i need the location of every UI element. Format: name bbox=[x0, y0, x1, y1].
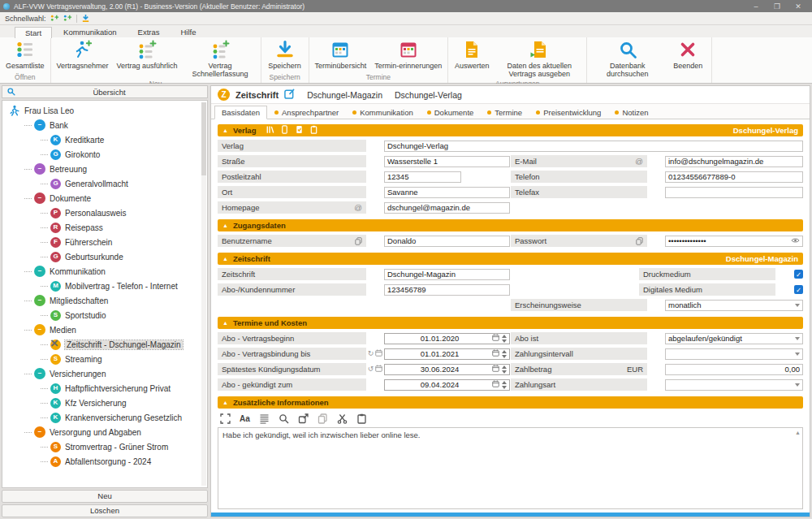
open-external-icon[interactable] bbox=[298, 413, 309, 424]
search-text-icon[interactable] bbox=[279, 413, 289, 424]
menu-tab-start[interactable]: Start bbox=[15, 27, 52, 38]
zahlungsintervall-dropdown[interactable] bbox=[665, 348, 803, 360]
zeitschrift-input[interactable]: Dschungel-Magazin bbox=[384, 269, 510, 280]
magazine-name[interactable]: Dschungel-Magazin bbox=[307, 90, 382, 100]
copy-icon[interactable] bbox=[355, 237, 362, 245]
tab-notizen[interactable]: Notizen bbox=[608, 106, 654, 119]
font-icon[interactable]: Aa bbox=[240, 414, 250, 423]
quick-new-item-icon[interactable] bbox=[63, 14, 72, 23]
calendar-icon[interactable] bbox=[492, 380, 499, 389]
zahlungsart-dropdown[interactable] bbox=[665, 379, 803, 391]
tab-kommunikation[interactable]: Kommunikation bbox=[346, 106, 419, 119]
gesamtliste-button[interactable]: Gesamtliste bbox=[2, 39, 49, 71]
calendar-icon[interactable] bbox=[492, 334, 499, 343]
cut-icon[interactable] bbox=[337, 413, 348, 424]
eye-icon[interactable] bbox=[791, 236, 800, 245]
minimize-button[interactable]: – bbox=[745, 2, 767, 11]
tab-dokumente[interactable]: Dokumente bbox=[421, 106, 481, 119]
ort-input[interactable]: Savanne bbox=[384, 187, 510, 198]
tree-item[interactable]: SStromvertrag - Grüner Strom bbox=[4, 439, 205, 454]
vertrag-schnellerfassung-button[interactable]: Vertrag Schnellerfassung bbox=[182, 39, 259, 80]
verlag-input[interactable]: Dschungel-Verlag bbox=[384, 141, 803, 152]
kuendigungsdatum-date-input[interactable]: 30.06.2024 bbox=[384, 364, 510, 375]
tree-item[interactable]: GGirokonto bbox=[4, 147, 205, 162]
tree-item[interactable]: −Versorgung und Abgaben bbox=[4, 425, 205, 439]
druckmedium-checkbox[interactable]: ✓ bbox=[794, 270, 803, 279]
tab-ansprechpartner[interactable]: Ansprechpartner bbox=[268, 106, 345, 119]
renew-icon[interactable]: ↻ bbox=[368, 350, 374, 357]
vertragsbindung-date-input[interactable]: 01.01.2021 bbox=[384, 348, 510, 360]
books-icon[interactable] bbox=[266, 125, 274, 136]
tree-item[interactable]: −Kommunikation bbox=[4, 264, 205, 279]
tree-item[interactable]: −Medien bbox=[4, 322, 205, 337]
strasse-input[interactable]: Wasserstelle 1 bbox=[384, 156, 510, 167]
tree-item[interactable]: Frau Lisa Leo bbox=[4, 103, 205, 118]
tree-item[interactable]: FFührerschein bbox=[4, 235, 205, 249]
menu-tab-extras[interactable]: Extras bbox=[128, 27, 170, 37]
speichern-button[interactable]: Speichern bbox=[263, 39, 307, 71]
tab-termine[interactable]: Termine bbox=[481, 106, 529, 119]
tree-item[interactable]: −Versicherungen bbox=[4, 366, 205, 381]
erscheinungsweise-dropdown[interactable]: monatlich bbox=[665, 300, 803, 311]
date-spinner[interactable] bbox=[502, 365, 507, 374]
tree-item[interactable]: −Betreuung bbox=[4, 162, 205, 176]
close-button[interactable]: ✕ bbox=[788, 2, 809, 11]
scroll-up-icon[interactable]: ▲ bbox=[795, 430, 801, 435]
maximize-button[interactable]: ❐ bbox=[767, 2, 788, 11]
email-input[interactable]: info@dschungelmagazin.de bbox=[665, 156, 803, 167]
tree-scrollbar[interactable] bbox=[201, 102, 206, 486]
quick-save-icon[interactable] bbox=[81, 14, 90, 23]
plz-input[interactable]: 12345 bbox=[384, 171, 461, 183]
section-header-termine[interactable]: ▲ Termine und Kosten bbox=[218, 317, 803, 329]
section-header-zugangsdaten[interactable]: ▲ Zugangsdaten bbox=[218, 219, 803, 231]
zahlbetrag-input[interactable]: 0,00 bbox=[665, 364, 803, 375]
date-spinner[interactable] bbox=[502, 335, 507, 343]
tree-item[interactable]: AAbfallentsorgung - 2024 bbox=[4, 454, 205, 469]
delete-button[interactable]: Löschen bbox=[2, 504, 208, 517]
datenbank-durchsuchen-button[interactable]: Datenbank durchsuchen bbox=[589, 39, 666, 80]
terminuebersicht-button[interactable]: Terminübersicht bbox=[311, 39, 371, 71]
abo-ist-dropdown[interactable]: abgelaufen/gekündigt bbox=[665, 333, 803, 344]
tree-item[interactable]: ×Zeitschrift - Dschungel-Magazin bbox=[4, 337, 205, 352]
gekuendigt-zum-date-input[interactable]: 09.04.2024 bbox=[384, 379, 510, 391]
phone-check-icon[interactable] bbox=[295, 125, 304, 136]
collapse-minus-icon[interactable]: − bbox=[34, 266, 45, 277]
collapse-minus-icon[interactable]: − bbox=[34, 324, 45, 335]
tree-item[interactable]: HHaftpflichtversicherung Privat bbox=[4, 381, 205, 396]
tree-scrollbar-thumb[interactable] bbox=[201, 102, 206, 175]
tree-item[interactable]: KKreditkarte bbox=[4, 132, 205, 147]
edit-icon[interactable] bbox=[284, 89, 295, 101]
notes-textarea[interactable]: Habe ich gekündigt, weil ich inzwischen … bbox=[218, 427, 803, 509]
tree-item[interactable]: −Mitgliedschaften bbox=[4, 293, 205, 308]
tree-item[interactable]: PPersonalausweis bbox=[4, 205, 205, 220]
auswerten-button[interactable]: Auswerten bbox=[450, 39, 494, 71]
tree-item[interactable]: KKfz Versicherung bbox=[4, 396, 205, 410]
tree-item[interactable]: RReisepass bbox=[4, 220, 205, 235]
vertragsbeginn-date-input[interactable]: 01.01.2020 bbox=[384, 333, 510, 344]
collapse-minus-icon[interactable]: − bbox=[34, 295, 45, 306]
section-header-zusatzinfo[interactable]: ▲ Zusätzliche Informationen bbox=[218, 396, 803, 409]
calendar-icon[interactable] bbox=[492, 349, 499, 358]
collapse-minus-icon[interactable]: − bbox=[34, 426, 45, 438]
menu-tab-kommunikation[interactable]: Kommunikation bbox=[54, 27, 126, 37]
tab-preisentwicklung[interactable]: Preisentwicklung bbox=[529, 106, 607, 119]
benutzername-input[interactable]: Donaldo bbox=[384, 236, 510, 247]
vertragsnehmer-button[interactable]: Vertragsnehmer bbox=[53, 39, 113, 71]
tree-item[interactable]: −Bank bbox=[4, 118, 205, 132]
tree-item[interactable]: KKrankenversicherung Gesetzlich bbox=[4, 410, 205, 425]
menu-tab-hilfe[interactable]: Hilfe bbox=[171, 27, 205, 37]
tree-item[interactable]: GGeburtsurkunde bbox=[4, 249, 205, 264]
clipboard-icon[interactable] bbox=[309, 125, 318, 136]
publisher-name[interactable]: Dschungel-Verlag bbox=[395, 90, 462, 100]
fullscreen-icon[interactable] bbox=[220, 413, 231, 424]
copy-text-icon[interactable] bbox=[317, 413, 328, 424]
paste-icon[interactable] bbox=[356, 413, 367, 424]
undo-icon[interactable]: ↺ bbox=[368, 365, 374, 373]
copy-icon[interactable] bbox=[636, 237, 643, 245]
calendar-icon[interactable] bbox=[375, 349, 382, 358]
date-spinner[interactable] bbox=[502, 350, 507, 358]
collapse-minus-icon[interactable]: − bbox=[34, 192, 45, 204]
quick-new-contract-icon[interactable] bbox=[50, 14, 59, 23]
vertrag-ausfuehrlich-button[interactable]: Vertrag ausführlich bbox=[113, 39, 182, 71]
daten-ausgeben-button[interactable]: Daten des aktuellen Vertrags ausgeben bbox=[494, 39, 585, 80]
